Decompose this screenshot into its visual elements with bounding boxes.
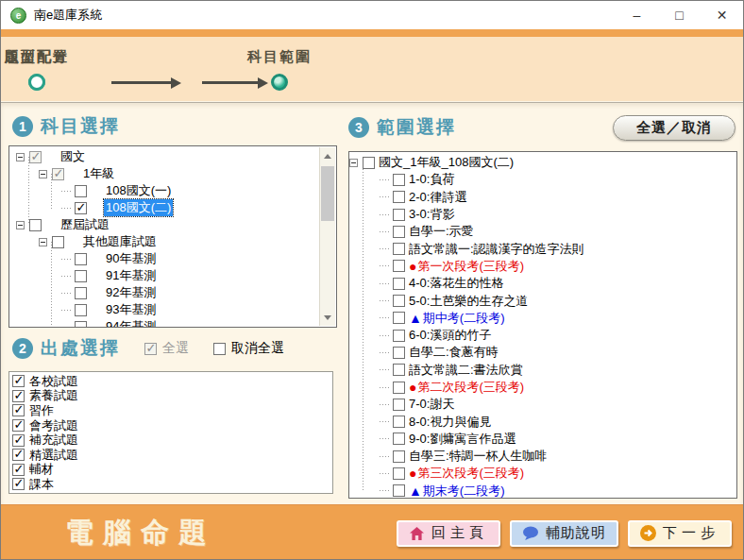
range-tree-item[interactable]: 5-0:土芭樂的生存之道 [349,292,736,309]
checkbox[interactable] [393,278,405,290]
range-tree-item[interactable]: ▲ 期末考(二段考) [349,483,736,499]
scrollbar-thumb[interactable] [321,166,334,221]
range-tree-item[interactable]: ● 第二次段考(三段考) [349,379,736,396]
checkbox[interactable] [12,375,25,387]
checkbox[interactable] [12,478,25,490]
range-tree-item[interactable]: ▲ 期中考(二段考) [349,310,736,327]
range-tree-item[interactable]: 1-0:負荷 [349,171,736,188]
subject-tree-item[interactable]: 其他題庫試題 [10,233,319,250]
checkbox[interactable] [393,347,405,359]
subject-tree-item[interactable]: 108國文(一) [10,182,319,199]
source-list-item[interactable]: 會考試題 [12,418,330,433]
checkbox[interactable] [75,253,87,265]
collapse-icon[interactable] [16,221,25,229]
checkbox[interactable] [393,295,405,307]
subject-tree-item[interactable]: 國文 [10,148,319,165]
checkbox[interactable] [393,312,405,324]
select-all-checkbox[interactable] [144,343,157,355]
range-tree-item[interactable]: ● 第三次段考(三段考) [349,465,736,482]
range-tree-item[interactable]: 4-0:落花生的性格 [349,275,736,292]
checkbox[interactable] [29,151,42,163]
range-tree-item[interactable]: ● 第一次段考(三段考) [349,258,736,275]
vertical-scrollbar[interactable] [319,147,335,326]
range-tree-item[interactable]: 語文常識二:書法欣賞 [349,362,736,379]
range-tree-item[interactable]: 2-0:律詩選 [349,189,736,206]
subject-tree-item[interactable]: 92年基測 [10,284,319,301]
source-list-item[interactable]: 課本 [12,477,330,492]
minimize-button[interactable]: – [616,1,658,29]
range-tree-item[interactable]: 自學一:示愛 [349,223,736,240]
checkbox[interactable] [393,174,405,186]
collapse-icon[interactable] [16,153,25,161]
checkbox[interactable] [75,185,87,197]
maximize-button[interactable]: □ [658,1,701,29]
checkbox[interactable] [393,399,405,411]
source-list-item[interactable]: 各校試題 [12,374,330,389]
checkbox[interactable] [393,209,405,221]
checkbox[interactable] [393,484,405,497]
checkbox[interactable] [75,287,87,299]
collapse-icon[interactable] [39,170,47,178]
subject-tree-item[interactable]: 94年基測 [10,318,319,328]
checkbox[interactable] [393,364,405,376]
range-item-label: 6-0:溪頭的竹子 [409,327,491,344]
checkbox[interactable] [363,157,375,169]
checkbox[interactable] [75,270,87,282]
scroll-up-icon[interactable] [320,148,335,163]
subject-tree-item[interactable]: 90年基測 [10,250,319,267]
checkbox[interactable] [393,433,405,445]
checkbox[interactable] [12,390,25,402]
range-tree-item[interactable]: 3-0:背影 [349,206,736,223]
range-tree-item[interactable]: 9-0:劉墉寓言作品選 [349,431,736,448]
checkbox[interactable] [75,304,87,316]
scroll-down-icon[interactable] [320,310,335,325]
source-list-item[interactable]: 補充試題 [12,433,330,448]
home-button[interactable]: 回主頁 [397,520,500,547]
toggle-select-all-button[interactable]: 全選／取消 [613,115,736,141]
checkbox[interactable] [393,467,405,480]
range-tree-item[interactable]: 自學二:食蔥有時 [349,344,736,361]
range-tree-item[interactable]: 7-0:謝天 [349,396,736,413]
deselect-all-checkbox[interactable] [213,343,226,355]
checkbox[interactable] [393,226,405,238]
range-tree-item[interactable]: 6-0:溪頭的竹子 [349,327,736,344]
subject-tree-item[interactable]: 108國文(二) [10,199,319,216]
next-step-button[interactable]: 下一步 [628,520,732,547]
checkbox[interactable] [12,449,25,461]
checkbox[interactable] [75,202,87,214]
close-button[interactable]: ✕ [701,1,743,29]
source-list-item[interactable]: 輔材 [12,463,330,478]
range-tree-item[interactable]: 語文常識一:認識漢字的造字法則 [349,240,736,257]
checkbox[interactable] [12,419,25,432]
range-tree-item[interactable]: 自學三:特調一杯人生咖啡 [349,448,736,465]
checkbox[interactable] [393,260,405,272]
checkbox[interactable] [12,434,25,447]
checkbox[interactable] [393,243,405,255]
source-list-item[interactable]: 素養試題 [12,389,330,404]
subject-tree-item-label: 91年基測 [104,267,158,284]
range-item-text: 語文常識一:認識漢字的造字法則 [409,241,584,258]
checkbox[interactable] [393,416,405,428]
collapse-icon[interactable] [39,238,47,246]
source-list-item[interactable]: 精選試題 [12,448,330,463]
source-list-item[interactable]: 習作 [12,403,330,418]
collapse-icon[interactable] [349,159,358,167]
checkbox[interactable] [52,168,64,180]
range-tree-item[interactable]: 8-0:視力與偏見 [349,413,736,430]
help-button[interactable]: 輔助說明 [510,520,618,547]
subject-tree-item[interactable]: 歷屆試題 [10,216,319,233]
checkbox[interactable] [393,330,405,342]
subject-tree-item[interactable]: 1年級 [10,165,319,182]
checkbox[interactable] [393,191,405,203]
checkbox[interactable] [393,382,405,394]
subject-tree-item[interactable]: 93年基測 [10,301,319,318]
range-tree-item[interactable]: 國文_1年級_108國文(二) [349,154,736,171]
checkbox[interactable] [52,236,64,248]
checkbox[interactable] [12,464,25,476]
checkbox[interactable] [12,404,25,416]
checkbox[interactable] [393,450,405,463]
wizard-step-label: 科目範圍 [247,48,312,66]
checkbox[interactable] [75,321,87,329]
checkbox[interactable] [29,219,42,231]
subject-tree-item[interactable]: 91年基測 [10,267,319,284]
